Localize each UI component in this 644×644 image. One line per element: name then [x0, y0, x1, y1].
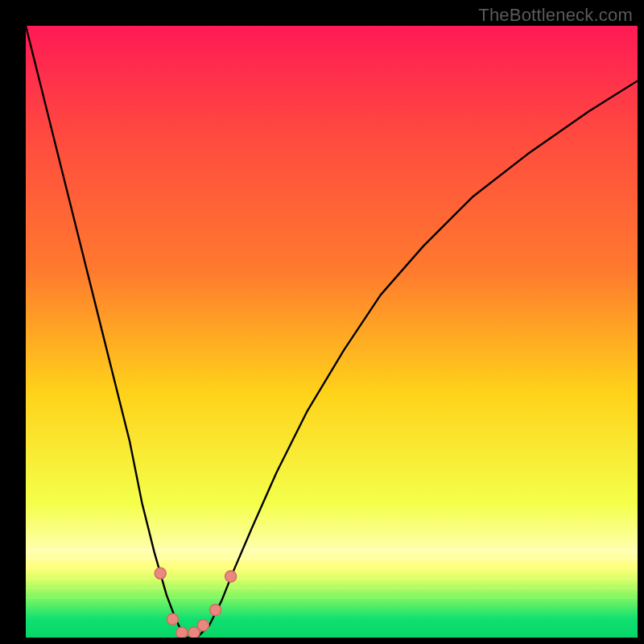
band-line — [26, 549, 638, 551]
band-line — [26, 559, 638, 560]
data-marker — [167, 613, 178, 625]
plot-area — [26, 26, 638, 638]
data-marker — [225, 571, 237, 582]
data-marker — [197, 620, 208, 631]
chart-frame: TheBottleneck.com — [0, 0, 644, 644]
band-line — [26, 578, 638, 580]
watermark-text: TheBottleneck.com — [478, 5, 633, 26]
band-line — [26, 597, 638, 599]
data-marker — [176, 627, 188, 638]
data-marker — [155, 568, 166, 579]
band-line — [26, 588, 638, 589]
gradient-background — [26, 26, 638, 638]
chart-svg — [26, 26, 638, 638]
band-line — [26, 568, 638, 570]
data-marker — [210, 605, 221, 616]
